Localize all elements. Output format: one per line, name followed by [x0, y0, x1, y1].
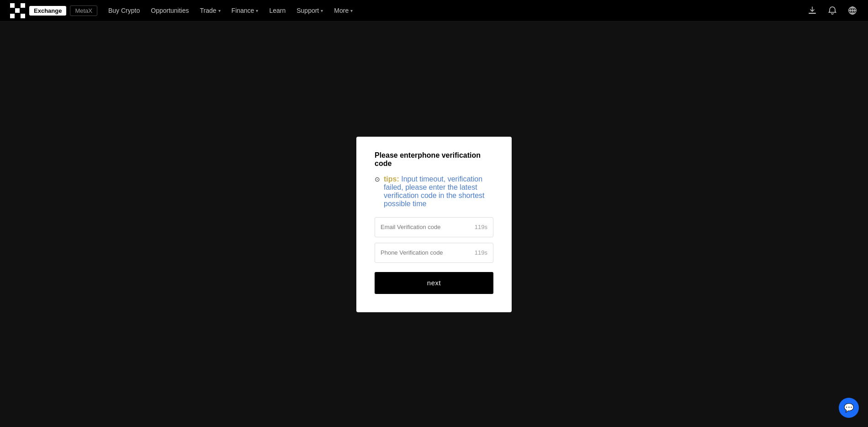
support-chevron-icon: ▾: [321, 8, 323, 13]
svg-rect-0: [809, 13, 816, 14]
tips-label: tips:: [384, 175, 399, 183]
download-icon[interactable]: [806, 4, 819, 17]
support-chat-bubble[interactable]: 💬: [839, 398, 859, 418]
finance-chevron-icon: ▾: [256, 8, 258, 13]
tips-content: Input timeout, verification failed, plea…: [384, 175, 485, 208]
support-chat-icon: 💬: [844, 403, 854, 413]
next-button[interactable]: next: [375, 272, 493, 294]
nav-support[interactable]: Support ▾: [296, 7, 323, 14]
nav-more[interactable]: More ▾: [334, 7, 353, 14]
tab-metax[interactable]: MetaX: [70, 5, 97, 16]
nav-finance[interactable]: Finance ▾: [232, 7, 259, 14]
email-verification-input[interactable]: [381, 224, 471, 230]
phone-timer: 119s: [475, 249, 487, 256]
phone-code-input-row: 119s: [375, 243, 493, 263]
navbar: Exchange MetaX Buy Crypto Opportunities …: [0, 0, 868, 21]
phone-verification-input[interactable]: [381, 249, 471, 256]
tips-box: ⊙ tips: Input timeout, verification fail…: [375, 175, 493, 208]
verification-modal: Please enterphone verification code ⊙ ti…: [356, 137, 512, 312]
email-code-input-row: 119s: [375, 217, 493, 237]
more-chevron-icon: ▾: [350, 8, 353, 13]
okx-logo-icon[interactable]: [9, 2, 26, 19]
nav-links: Buy Crypto Opportunities Trade ▾ Finance…: [108, 7, 806, 14]
main-content: Please enterphone verification code ⊙ ti…: [0, 21, 868, 427]
email-timer: 119s: [475, 224, 487, 230]
nav-opportunities[interactable]: Opportunities: [151, 7, 189, 14]
notification-icon[interactable]: [826, 4, 839, 17]
tips-message: tips: Input timeout, verification failed…: [384, 175, 493, 208]
nav-trade[interactable]: Trade ▾: [200, 7, 221, 14]
language-globe-icon[interactable]: [846, 4, 859, 17]
trade-chevron-icon: ▾: [218, 8, 221, 13]
modal-title: Please enterphone verification code: [375, 151, 493, 168]
tab-exchange[interactable]: Exchange: [29, 6, 66, 16]
nav-buy-crypto[interactable]: Buy Crypto: [108, 7, 140, 14]
logo-area: Exchange MetaX: [9, 2, 97, 19]
warning-clock-icon: ⊙: [375, 176, 380, 183]
nav-learn[interactable]: Learn: [269, 7, 286, 14]
nav-right: [806, 4, 859, 17]
